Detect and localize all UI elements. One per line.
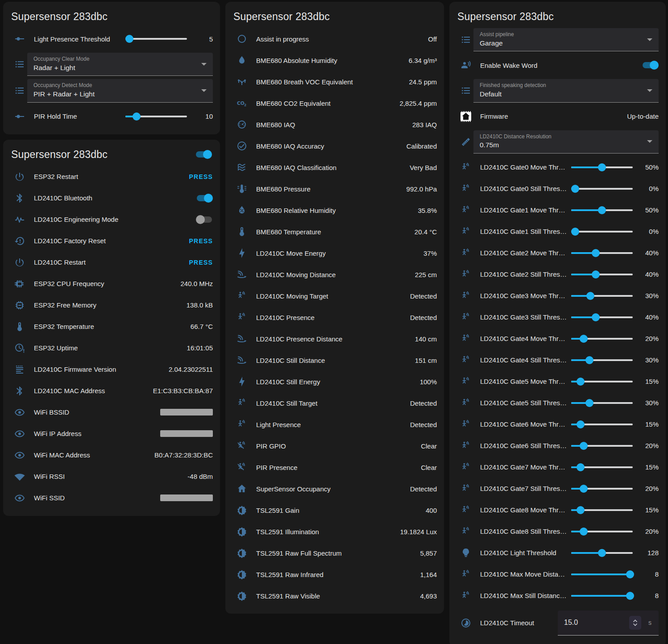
- slider[interactable]: [571, 377, 633, 386]
- entity-name[interactable]: LD2410C Move Energy: [256, 249, 418, 257]
- entity-name[interactable]: Light Presence: [256, 421, 405, 428]
- chevron-down-icon[interactable]: [647, 89, 652, 92]
- entity-name[interactable]: LD2410C MAC Address: [34, 387, 148, 395]
- entity-name[interactable]: Enable Wake Word: [480, 62, 642, 69]
- slider[interactable]: [571, 506, 633, 515]
- entity-name[interactable]: LD2410C Engineering Mode: [34, 216, 196, 223]
- entity-name[interactable]: LD2410C Gate3 Move Thr…: [480, 292, 568, 299]
- slider[interactable]: [571, 227, 633, 236]
- entity-name[interactable]: LD2410C Firmware Version: [34, 366, 163, 373]
- slider[interactable]: [571, 206, 633, 215]
- entity-name[interactable]: LD2410C Gate6 Still Thres…: [480, 442, 568, 449]
- entity-name[interactable]: LD2410C Max Still Distanc…: [480, 592, 568, 599]
- entity-name[interactable]: WiFi MAC Address: [34, 451, 149, 459]
- entity-name[interactable]: WiFi IP Address: [34, 430, 155, 437]
- entity-name[interactable]: BME680 IAQ: [256, 121, 407, 129]
- entity-name[interactable]: SuperSensor Occupancy: [256, 485, 405, 493]
- select-field[interactable]: Assist pipelineGarage: [473, 28, 659, 51]
- stepper[interactable]: [629, 616, 641, 630]
- entity-name[interactable]: LD2410C Gate2 Move Thr…: [480, 249, 568, 257]
- entity-toggle[interactable]: [642, 61, 659, 70]
- entity-name[interactable]: Light Presence Threshold: [34, 35, 122, 43]
- entity-name[interactable]: WiFi BSSID: [34, 408, 155, 416]
- slider[interactable]: [571, 334, 633, 343]
- entity-name[interactable]: BME680 CO2 Equivalent: [256, 100, 394, 107]
- entity-name[interactable]: Assist in progress: [256, 35, 423, 43]
- entity-name[interactable]: LD2410C Max Move Dista…: [480, 570, 568, 578]
- entity-name[interactable]: ESP32 Restart: [34, 173, 189, 180]
- entity-name[interactable]: LD2410C Still Target: [256, 399, 405, 407]
- slider[interactable]: [571, 249, 633, 258]
- slider[interactable]: [571, 399, 633, 407]
- entity-name[interactable]: LD2410C Gate2 Still Thres…: [480, 270, 568, 278]
- entity-name[interactable]: LD2410C Presence Distance: [256, 335, 410, 343]
- entity-name[interactable]: BME680 Temperature: [256, 228, 409, 236]
- entity-name[interactable]: TSL2591 Gain: [256, 507, 420, 514]
- slider[interactable]: [571, 163, 633, 172]
- entity-name[interactable]: ESP32 CPU Frequency: [34, 280, 175, 287]
- entity-name[interactable]: PIR GPIO: [256, 442, 415, 450]
- entity-name[interactable]: LD2410C Light Threshold: [480, 549, 568, 557]
- slider[interactable]: [571, 291, 633, 300]
- entity-name[interactable]: TSL2591 Raw Infrared: [256, 571, 415, 578]
- chevron-down-icon[interactable]: [201, 89, 207, 92]
- slider[interactable]: [571, 591, 633, 600]
- entity-name[interactable]: PIR Presence: [256, 464, 415, 471]
- entity-name[interactable]: BME680 Breath VOC Equivalent: [256, 78, 403, 86]
- entity-name[interactable]: ESP32 Uptime: [34, 344, 182, 352]
- entity-name[interactable]: LD2410C Gate8 Still Thres…: [480, 528, 568, 535]
- entity-toggle[interactable]: [196, 194, 213, 203]
- chevron-down-icon[interactable]: [647, 140, 652, 143]
- entity-name[interactable]: BME680 IAQ Accuracy: [256, 142, 401, 150]
- entity-name[interactable]: LD2410C Gate6 Move Thr…: [480, 420, 568, 428]
- entity-name[interactable]: LD2410C Timeout: [480, 619, 558, 627]
- entity-name[interactable]: TSL2591 Raw Visible: [256, 592, 415, 600]
- entity-name[interactable]: LD2410C Gate4 Move Thr…: [480, 335, 568, 342]
- entity-name[interactable]: LD2410C Gate8 Move Thr…: [480, 506, 568, 514]
- slider[interactable]: [571, 313, 633, 322]
- entity-toggle[interactable]: [196, 215, 213, 224]
- slider[interactable]: [571, 570, 633, 579]
- entity-name[interactable]: LD2410C Gate5 Still Thres…: [480, 399, 568, 407]
- entity-name[interactable]: LD2410C Gate1 Move Thr…: [480, 206, 568, 214]
- entity-name[interactable]: Firmware: [480, 112, 622, 120]
- slider[interactable]: [125, 112, 187, 121]
- entity-name[interactable]: WiFi RSSI: [34, 473, 182, 480]
- select-field[interactable]: Occupancy Detect ModePIR + Radar + Light: [27, 79, 213, 102]
- entity-name[interactable]: WiFi SSID: [34, 494, 155, 502]
- slider[interactable]: [571, 441, 633, 450]
- number-input-value[interactable]: 15.0: [564, 619, 629, 627]
- slider[interactable]: [125, 34, 187, 43]
- entity-name[interactable]: ESP32 Temperature: [34, 323, 185, 330]
- entity-name[interactable]: LD2410C Gate3 Still Thres…: [480, 313, 568, 321]
- card-power-toggle[interactable]: [195, 150, 212, 159]
- entity-name[interactable]: LD2410C Gate1 Still Thres…: [480, 228, 568, 235]
- slider[interactable]: [571, 356, 633, 365]
- press-button[interactable]: PRESS: [189, 173, 213, 180]
- chevron-down-icon[interactable]: [201, 63, 207, 66]
- chevron-down-icon[interactable]: [647, 38, 652, 41]
- entity-name[interactable]: LD2410C Factory Reset: [34, 237, 189, 245]
- entity-name[interactable]: LD2410C Moving Distance: [256, 271, 410, 278]
- entity-name[interactable]: LD2410C Gate0 Move Thr…: [480, 163, 568, 171]
- entity-name[interactable]: TSL2591 Raw Full Spectrum: [256, 549, 415, 557]
- slider[interactable]: [571, 548, 633, 557]
- slider[interactable]: [571, 527, 633, 536]
- entity-name[interactable]: LD2410C Gate5 Move Thr…: [480, 378, 568, 385]
- slider[interactable]: [571, 270, 633, 279]
- select-field[interactable]: Finished speaking detectionDefault: [473, 79, 659, 102]
- entity-name[interactable]: TSL2591 Illumination: [256, 528, 394, 536]
- entity-name[interactable]: LD2410C Gate0 Still Thres…: [480, 185, 568, 192]
- entity-name[interactable]: LD2410C Bluetooth: [34, 194, 196, 202]
- slider[interactable]: [571, 463, 633, 472]
- entity-name[interactable]: LD2410C Gate4 Still Thres…: [480, 356, 568, 364]
- entity-name[interactable]: LD2410C Still Distance: [256, 357, 410, 364]
- entity-name[interactable]: LD2410C Restart: [34, 258, 189, 266]
- entity-name[interactable]: PIR Hold Time: [34, 112, 122, 120]
- number-field[interactable]: 15.0s: [558, 611, 659, 636]
- entity-name[interactable]: LD2410C Gate7 Still Thres…: [480, 485, 568, 492]
- entity-name[interactable]: BME680 Relative Humidity: [256, 207, 412, 214]
- entity-name[interactable]: LD2410C Moving Target: [256, 292, 405, 300]
- entity-name[interactable]: LD2410C Presence: [256, 314, 405, 321]
- select-field[interactable]: LD2410C Distance Resolution0.75m: [473, 130, 659, 154]
